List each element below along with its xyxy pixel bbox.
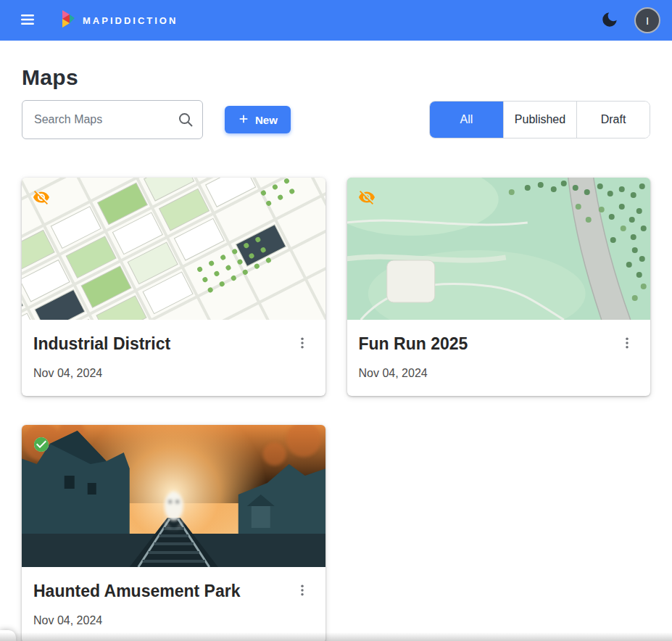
filter-published[interactable]: Published [503, 102, 576, 138]
app-header: MAPIDDICTION I [0, 0, 672, 41]
app-logo[interactable]: MAPIDDICTION [59, 9, 178, 32]
map-card[interactable]: Haunted Amusement Park Nov 04, 2024 [22, 425, 325, 641]
map-title: Fun Run 2025 [359, 334, 468, 354]
ellipsis-icon [295, 336, 310, 352]
map-date: Nov 04, 2024 [33, 367, 314, 380]
avatar-initial: I [646, 15, 649, 27]
map-date: Nov 04, 2024 [359, 367, 639, 380]
map-title: Haunted Amusement Park [33, 582, 240, 601]
search-input[interactable] [22, 100, 203, 139]
logo-icon [59, 9, 77, 32]
map-card[interactable]: Industrial District Nov 04, 2024 [22, 178, 325, 396]
page-title: Maps [22, 65, 650, 90]
ellipsis-icon [295, 583, 310, 600]
map-thumbnail [347, 178, 651, 320]
card-menu-button[interactable] [615, 332, 639, 355]
filter-segmented-control: All Published Draft [429, 101, 650, 138]
ellipsis-icon [620, 336, 634, 352]
new-map-button-label: New [255, 114, 278, 126]
filter-draft[interactable]: Draft [576, 102, 650, 138]
map-thumbnail [22, 425, 325, 567]
bottom-sheet-peek [0, 630, 16, 641]
filter-all[interactable]: All [430, 102, 503, 138]
search-box [22, 100, 203, 139]
maps-grid: Industrial District Nov 04, 2024 [22, 178, 650, 641]
card-menu-button[interactable] [291, 332, 314, 355]
map-card[interactable]: Fun Run 2025 Nov 04, 2024 [347, 178, 651, 396]
map-thumbnail [22, 178, 325, 320]
logo-text: MAPIDDICTION [83, 15, 178, 26]
toolbar: New All Published Draft [22, 100, 650, 139]
published-icon [33, 436, 50, 453]
theme-toggle-button[interactable] [594, 4, 626, 36]
new-map-button[interactable]: New [225, 106, 291, 133]
moon-icon [600, 10, 619, 31]
card-menu-button[interactable] [291, 579, 314, 603]
plus-icon [238, 113, 249, 127]
menu-button[interactable] [12, 4, 43, 36]
map-date: Nov 04, 2024 [33, 614, 314, 627]
unpublished-icon [358, 189, 376, 206]
user-avatar[interactable]: I [634, 7, 660, 33]
unpublished-icon [33, 189, 50, 206]
map-title: Industrial District [33, 334, 170, 354]
hamburger-icon [19, 11, 36, 30]
search-icon [177, 111, 194, 131]
